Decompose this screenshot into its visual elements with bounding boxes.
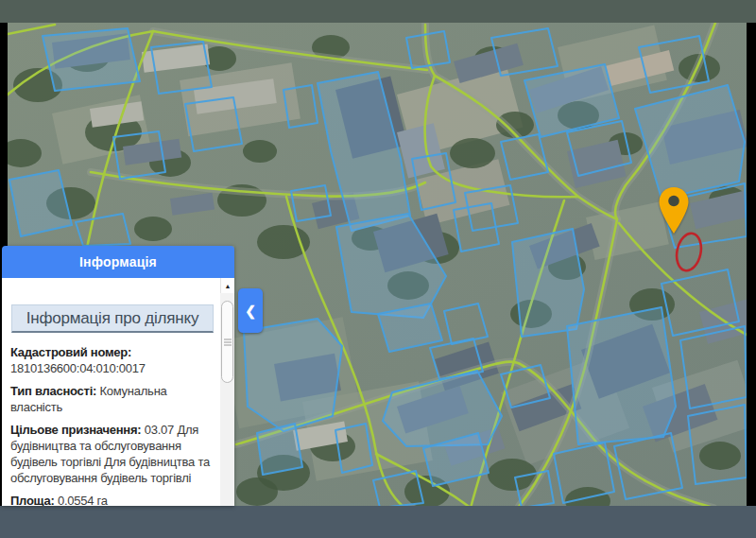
panel-body: Інформація про ділянку Кадастровий номер… bbox=[2, 278, 220, 506]
field-label: Цільове призначення: bbox=[10, 423, 141, 437]
panel-header: Інформація bbox=[2, 246, 234, 278]
map-pin-marker[interactable] bbox=[658, 186, 690, 235]
chevron-left-icon: ❮ bbox=[245, 304, 256, 319]
field-designated-purpose: Цільове призначення: 03.07 Для будівницт… bbox=[10, 422, 215, 486]
scroll-up-arrow-icon: ▲ bbox=[225, 283, 232, 289]
scroll-thumb[interactable] bbox=[221, 301, 233, 383]
pin-body bbox=[660, 187, 689, 234]
scroll-up-button[interactable]: ▲ bbox=[220, 278, 234, 293]
top-letterbox-band bbox=[0, 0, 756, 23]
field-label: Тип власності: bbox=[10, 384, 96, 398]
pin-hole bbox=[668, 196, 679, 207]
section-title: Інформація про ділянку bbox=[11, 304, 214, 333]
panel-header-title: Інформація bbox=[79, 254, 157, 269]
field-label: Кадастровий номер: bbox=[10, 345, 131, 359]
parcel-highlight-circle bbox=[672, 230, 706, 274]
info-panel: Інформація Інформація про ділянку Кадаст… bbox=[2, 246, 234, 506]
field-ownership-type: Тип власності: Комунальна власність bbox=[10, 383, 215, 415]
field-value: 1810136600:04:010:0017 bbox=[10, 360, 215, 376]
field-label: Площа: bbox=[10, 494, 55, 506]
scroll-thumb-grip bbox=[224, 337, 232, 347]
field-cadastral-number: Кадастровий номер: 1810136600:04:010:001… bbox=[10, 344, 215, 376]
panel-collapse-button[interactable]: ❮ bbox=[238, 288, 263, 333]
field-area: Площа: 0.0554 га bbox=[10, 493, 215, 506]
panel-scrollbar[interactable]: ▲ bbox=[220, 278, 234, 506]
app-frame: Інформація Інформація про ділянку Кадаст… bbox=[0, 0, 756, 538]
field-value: 0.0554 га bbox=[58, 494, 108, 506]
bottom-letterbox-band bbox=[0, 506, 756, 538]
